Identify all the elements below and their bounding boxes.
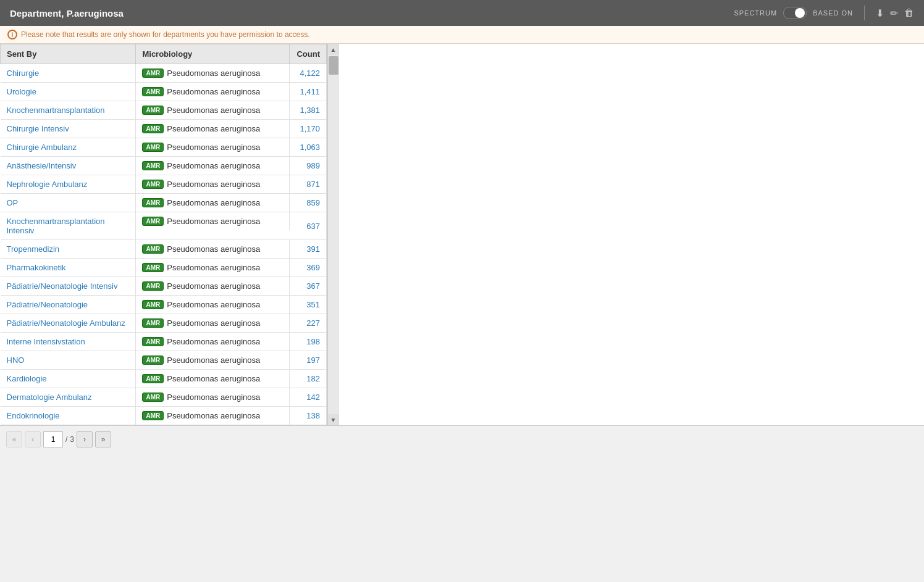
first-page-button[interactable]: «: [6, 431, 22, 447]
amr-badge: AMR: [142, 318, 164, 328]
count-cell: 198: [290, 333, 327, 351]
micro-text: Pseudomonas aeruginosa: [167, 318, 260, 328]
micro-text: Pseudomonas aeruginosa: [167, 106, 260, 115]
sent-by-cell[interactable]: Pädiatrie/Neonatologie Ambulanz: [1, 314, 136, 333]
count-cell: 142: [290, 388, 327, 407]
count-cell: 859: [290, 194, 327, 212]
prev-page-button[interactable]: ‹: [25, 431, 41, 447]
table-row: Pädiatrie/Neonatologie IntensivAMRPseudo…: [1, 277, 327, 296]
toggle-knob: [795, 8, 805, 18]
amr-badge: AMR: [142, 393, 164, 402]
table-row: Dermatologie AmbulanzAMRPseudomonas aeru…: [1, 388, 327, 407]
next-page-button[interactable]: ›: [77, 431, 93, 447]
sent-by-cell[interactable]: Urologie: [1, 83, 136, 101]
sent-by-cell[interactable]: Kardiologie: [1, 370, 136, 388]
table-row: KnochenmartransplantationAMRPseudomonas …: [1, 101, 327, 120]
microbiology-cell: AMRPseudomonas aeruginosa: [136, 157, 289, 175]
based-on-label: BASED ON: [813, 9, 853, 17]
table-row: ChirurgieAMRPseudomonas aeruginosa4,122: [1, 64, 327, 83]
microbiology-cell: AMRPseudomonas aeruginosa: [136, 388, 289, 406]
sent-by-cell[interactable]: Interne Intensivstation: [1, 333, 136, 351]
micro-text: Pseudomonas aeruginosa: [167, 198, 260, 207]
total-pages: 3: [70, 435, 74, 444]
amr-badge: AMR: [142, 124, 164, 133]
spectrum-toggle[interactable]: [783, 7, 807, 19]
sent-by-cell[interactable]: Anästhesie/Intensiv: [1, 157, 136, 175]
page-input[interactable]: [43, 431, 63, 447]
sent-by-cell[interactable]: Chirurgie Intensiv: [1, 120, 136, 138]
microbiology-cell: AMRPseudomonas aeruginosa: [136, 407, 289, 425]
sent-by-cell[interactable]: OP: [1, 194, 136, 212]
count-cell: 227: [290, 314, 327, 333]
count-cell: 1,170: [290, 120, 327, 138]
sent-by-cell[interactable]: Endokrinologie: [1, 407, 136, 425]
sent-by-cell[interactable]: Chirurgie: [1, 64, 136, 83]
sent-by-cell[interactable]: Tropenmedizin: [1, 240, 136, 259]
amr-badge: AMR: [142, 374, 164, 383]
microbiology-cell: AMRPseudomonas aeruginosa: [136, 296, 289, 314]
table-row: PharmakokinetikAMRPseudomonas aeruginosa…: [1, 259, 327, 277]
count-cell: 1,381: [290, 101, 327, 120]
sent-by-cell[interactable]: Chirurgie Ambulanz: [1, 138, 136, 157]
count-cell: 1,411: [290, 83, 327, 101]
table-row: Chirurgie IntensivAMRPseudomonas aerugin…: [1, 120, 327, 138]
col-microbiology: Microbiology: [136, 44, 290, 64]
amr-badge: AMR: [142, 106, 164, 115]
micro-text: Pseudomonas aeruginosa: [167, 87, 260, 96]
sent-by-cell[interactable]: Knochenmartransplantation: [1, 101, 136, 120]
download-icon[interactable]: ⬇: [876, 7, 884, 19]
sent-by-cell[interactable]: HNO: [1, 351, 136, 370]
count-cell: 351: [290, 296, 327, 314]
col-sent-by: Sent By: [1, 44, 136, 64]
amr-badge: AMR: [142, 161, 164, 170]
micro-text: Pseudomonas aeruginosa: [167, 161, 260, 170]
sent-by-cell[interactable]: Pädiatrie/Neonatologie Intensiv: [1, 277, 136, 296]
table-row: Chirurgie AmbulanzAMRPseudomonas aerugin…: [1, 138, 327, 157]
microbiology-cell: AMRPseudomonas aeruginosa: [136, 138, 289, 156]
amr-badge: AMR: [142, 180, 164, 189]
table-row: UrologieAMRPseudomonas aeruginosa1,411: [1, 83, 327, 101]
microbiology-cell: AMRPseudomonas aeruginosa: [136, 370, 289, 388]
last-page-button[interactable]: »: [95, 431, 111, 447]
micro-text: Pseudomonas aeruginosa: [167, 355, 260, 365]
amr-badge: AMR: [142, 337, 164, 346]
count-cell: 4,122: [290, 64, 327, 83]
table-row: Pädiatrie/Neonatologie AmbulanzAMRPseudo…: [1, 314, 327, 333]
amr-badge: AMR: [142, 263, 164, 272]
data-table: Sent By Microbiology Count ChirurgieAMRP…: [0, 44, 327, 425]
sent-by-cell[interactable]: Dermatologie Ambulanz: [1, 388, 136, 407]
count-cell: 989: [290, 157, 327, 175]
info-bar: i Please note that results are only show…: [0, 26, 924, 44]
count-cell: 138: [290, 407, 327, 425]
microbiology-cell: AMRPseudomonas aeruginosa: [136, 175, 289, 193]
info-message: Please note that results are only shown …: [21, 30, 310, 39]
micro-text: Pseudomonas aeruginosa: [167, 180, 260, 189]
sent-by-cell[interactable]: Knochenmartransplantation Intensiv: [1, 212, 136, 240]
amr-badge: AMR: [142, 143, 164, 152]
scroll-up-arrow[interactable]: ▲: [328, 44, 339, 55]
table-row: Knochenmartransplantation IntensivAMRPse…: [1, 212, 327, 240]
micro-text: Pseudomonas aeruginosa: [167, 244, 260, 254]
sent-by-cell[interactable]: Nephrologie Ambulanz: [1, 175, 136, 194]
microbiology-cell: AMRPseudomonas aeruginosa: [136, 101, 289, 119]
scroll-track[interactable]: [328, 55, 339, 414]
scrollbar[interactable]: ▲ ▼: [327, 44, 338, 425]
scroll-thumb[interactable]: [329, 56, 338, 75]
table-row: EndokrinologieAMRPseudomonas aeruginosa1…: [1, 407, 327, 425]
table-body: ChirurgieAMRPseudomonas aeruginosa4,122U…: [1, 64, 327, 425]
microbiology-cell: AMRPseudomonas aeruginosa: [136, 314, 289, 332]
scroll-down-arrow[interactable]: ▼: [328, 414, 339, 425]
micro-text: Pseudomonas aeruginosa: [167, 263, 260, 272]
amr-badge: AMR: [142, 300, 164, 309]
table-header-row: Sent By Microbiology Count: [1, 44, 327, 64]
sent-by-cell[interactable]: Pädiatrie/Neonatologie: [1, 296, 136, 314]
microbiology-cell: AMRPseudomonas aeruginosa: [136, 194, 289, 212]
sent-by-cell[interactable]: Pharmakokinetik: [1, 259, 136, 277]
count-cell: 197: [290, 351, 327, 370]
micro-text: Pseudomonas aeruginosa: [167, 281, 260, 291]
page-title: Department, P.aeruginosa: [10, 8, 124, 19]
delete-icon[interactable]: 🗑: [904, 7, 914, 19]
microbiology-cell: AMRPseudomonas aeruginosa: [136, 351, 289, 369]
edit-icon[interactable]: ✏: [890, 7, 898, 19]
microbiology-cell: AMRPseudomonas aeruginosa: [136, 259, 289, 276]
